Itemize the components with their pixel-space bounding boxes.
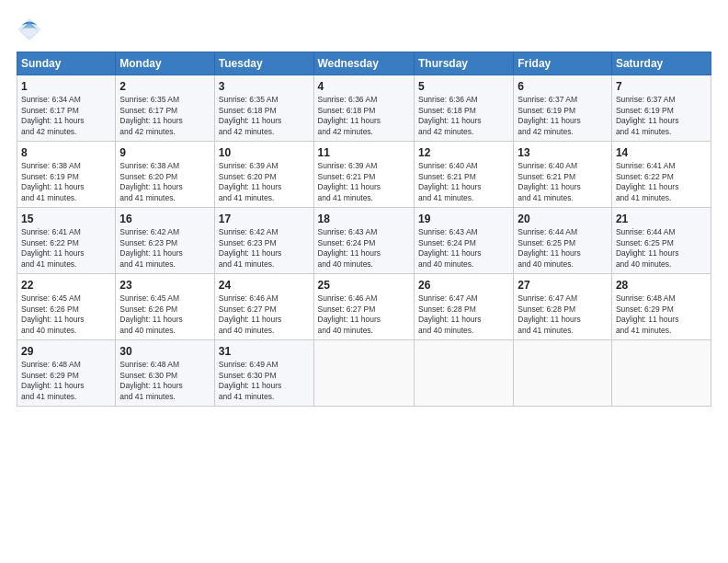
week-row-1: 1Sunrise: 6:34 AM Sunset: 6:17 PM Daylig…: [17, 75, 711, 142]
day-cell-5: 5Sunrise: 6:36 AM Sunset: 6:18 PM Daylig…: [414, 75, 513, 142]
day-number: 24: [219, 278, 310, 293]
week-row-4: 22Sunrise: 6:45 AM Sunset: 6:26 PM Dayli…: [17, 274, 711, 340]
day-number: 25: [318, 278, 410, 293]
day-cell-13: 13Sunrise: 6:40 AM Sunset: 6:21 PM Dayli…: [514, 142, 612, 208]
day-number: 22: [21, 278, 111, 293]
day-cell-9: 9Sunrise: 6:38 AM Sunset: 6:20 PM Daylig…: [116, 142, 214, 208]
day-number: 20: [518, 212, 608, 226]
day-number: 17: [219, 212, 310, 226]
weekday-header-thursday: Thursday: [414, 52, 513, 75]
day-number: 31: [219, 344, 310, 359]
day-cell-21: 21Sunrise: 6:44 AM Sunset: 6:25 PM Dayli…: [611, 208, 711, 274]
day-cell-22: 22Sunrise: 6:45 AM Sunset: 6:26 PM Dayli…: [17, 274, 116, 340]
weekday-header-wednesday: Wednesday: [313, 52, 414, 75]
day-number: 4: [318, 79, 410, 94]
page: SundayMondayTuesdayWednesdayThursdayFrid…: [0, 0, 728, 563]
day-number: 11: [318, 145, 410, 160]
svg-marker-0: [17, 17, 40, 40]
day-number: 29: [21, 344, 111, 359]
day-number: 14: [616, 145, 707, 160]
day-cell-29: 29Sunrise: 6:48 AM Sunset: 6:29 PM Dayli…: [17, 340, 116, 407]
day-cell-14: 14Sunrise: 6:41 AM Sunset: 6:22 PM Dayli…: [611, 142, 711, 208]
day-number: 10: [219, 145, 310, 160]
day-number: 12: [418, 145, 509, 160]
logo-icon: [17, 17, 42, 42]
empty-cell: [313, 340, 414, 407]
day-cell-2: 2Sunrise: 6:35 AM Sunset: 6:17 PM Daylig…: [116, 75, 214, 142]
day-number: 30: [119, 344, 210, 359]
day-number: 16: [119, 212, 210, 226]
day-number: 1: [21, 79, 111, 94]
day-info: Sunrise: 6:46 AM Sunset: 6:27 PM Dayligh…: [219, 293, 310, 336]
day-info: Sunrise: 6:48 AM Sunset: 6:29 PM Dayligh…: [21, 360, 111, 402]
day-number: 27: [518, 278, 608, 293]
week-row-5: 29Sunrise: 6:48 AM Sunset: 6:29 PM Dayli…: [17, 340, 711, 407]
day-number: 28: [616, 278, 707, 293]
day-cell-28: 28Sunrise: 6:48 AM Sunset: 6:29 PM Dayli…: [611, 274, 711, 340]
day-info: Sunrise: 6:44 AM Sunset: 6:25 PM Dayligh…: [518, 227, 608, 270]
logo: [17, 17, 46, 42]
day-cell-19: 19Sunrise: 6:43 AM Sunset: 6:24 PM Dayli…: [414, 208, 513, 274]
day-cell-16: 16Sunrise: 6:42 AM Sunset: 6:23 PM Dayli…: [116, 208, 214, 274]
day-number: 3: [219, 79, 310, 94]
day-number: 19: [418, 212, 509, 226]
day-number: 13: [518, 145, 608, 160]
day-number: 7: [616, 79, 707, 94]
weekday-header-saturday: Saturday: [611, 52, 711, 75]
day-info: Sunrise: 6:43 AM Sunset: 6:24 PM Dayligh…: [418, 227, 509, 270]
day-info: Sunrise: 6:34 AM Sunset: 6:17 PM Dayligh…: [21, 95, 111, 137]
day-number: 18: [318, 212, 410, 226]
day-info: Sunrise: 6:41 AM Sunset: 6:22 PM Dayligh…: [21, 227, 111, 270]
day-info: Sunrise: 6:35 AM Sunset: 6:17 PM Dayligh…: [119, 95, 210, 137]
weekday-header-sunday: Sunday: [17, 52, 116, 75]
empty-cell: [414, 340, 513, 407]
day-cell-23: 23Sunrise: 6:45 AM Sunset: 6:26 PM Dayli…: [116, 274, 214, 340]
day-cell-30: 30Sunrise: 6:48 AM Sunset: 6:30 PM Dayli…: [116, 340, 214, 407]
day-cell-24: 24Sunrise: 6:46 AM Sunset: 6:27 PM Dayli…: [214, 274, 313, 340]
day-cell-11: 11Sunrise: 6:39 AM Sunset: 6:21 PM Dayli…: [313, 142, 414, 208]
day-number: 8: [21, 145, 111, 160]
day-number: 21: [616, 212, 707, 226]
day-info: Sunrise: 6:49 AM Sunset: 6:30 PM Dayligh…: [219, 360, 310, 402]
day-cell-8: 8Sunrise: 6:38 AM Sunset: 6:19 PM Daylig…: [17, 142, 116, 208]
day-cell-26: 26Sunrise: 6:47 AM Sunset: 6:28 PM Dayli…: [414, 274, 513, 340]
day-info: Sunrise: 6:39 AM Sunset: 6:21 PM Dayligh…: [318, 161, 410, 203]
empty-cell: [611, 340, 711, 407]
day-info: Sunrise: 6:37 AM Sunset: 6:19 PM Dayligh…: [616, 95, 707, 137]
day-cell-27: 27Sunrise: 6:47 AM Sunset: 6:28 PM Dayli…: [514, 274, 612, 340]
day-number: 23: [119, 278, 210, 293]
day-number: 6: [518, 79, 608, 94]
day-info: Sunrise: 6:44 AM Sunset: 6:25 PM Dayligh…: [616, 227, 707, 270]
day-info: Sunrise: 6:37 AM Sunset: 6:19 PM Dayligh…: [518, 95, 608, 137]
day-cell-15: 15Sunrise: 6:41 AM Sunset: 6:22 PM Dayli…: [17, 208, 116, 274]
day-cell-31: 31Sunrise: 6:49 AM Sunset: 6:30 PM Dayli…: [214, 340, 313, 407]
calendar-table: SundayMondayTuesdayWednesdayThursdayFrid…: [17, 52, 711, 407]
day-info: Sunrise: 6:42 AM Sunset: 6:23 PM Dayligh…: [219, 227, 310, 270]
day-number: 5: [418, 79, 509, 94]
day-info: Sunrise: 6:42 AM Sunset: 6:23 PM Dayligh…: [119, 227, 210, 270]
day-cell-4: 4Sunrise: 6:36 AM Sunset: 6:18 PM Daylig…: [313, 75, 414, 142]
header: [17, 17, 711, 42]
day-info: Sunrise: 6:47 AM Sunset: 6:28 PM Dayligh…: [518, 293, 608, 336]
weekday-header-monday: Monday: [116, 52, 214, 75]
week-row-3: 15Sunrise: 6:41 AM Sunset: 6:22 PM Dayli…: [17, 208, 711, 274]
day-number: 2: [119, 79, 210, 94]
day-number: 9: [119, 145, 210, 160]
day-info: Sunrise: 6:40 AM Sunset: 6:21 PM Dayligh…: [418, 161, 509, 203]
day-cell-10: 10Sunrise: 6:39 AM Sunset: 6:20 PM Dayli…: [214, 142, 313, 208]
day-number: 26: [418, 278, 509, 293]
day-info: Sunrise: 6:48 AM Sunset: 6:30 PM Dayligh…: [119, 360, 210, 402]
day-cell-6: 6Sunrise: 6:37 AM Sunset: 6:19 PM Daylig…: [514, 75, 612, 142]
weekday-header-tuesday: Tuesday: [214, 52, 313, 75]
day-info: Sunrise: 6:45 AM Sunset: 6:26 PM Dayligh…: [119, 293, 210, 336]
day-info: Sunrise: 6:43 AM Sunset: 6:24 PM Dayligh…: [318, 227, 410, 270]
day-number: 15: [21, 212, 111, 226]
day-info: Sunrise: 6:41 AM Sunset: 6:22 PM Dayligh…: [616, 161, 707, 203]
day-cell-20: 20Sunrise: 6:44 AM Sunset: 6:25 PM Dayli…: [514, 208, 612, 274]
day-cell-3: 3Sunrise: 6:35 AM Sunset: 6:18 PM Daylig…: [214, 75, 313, 142]
empty-cell: [514, 340, 612, 407]
day-info: Sunrise: 6:46 AM Sunset: 6:27 PM Dayligh…: [318, 293, 410, 336]
day-info: Sunrise: 6:45 AM Sunset: 6:26 PM Dayligh…: [21, 293, 111, 336]
day-cell-18: 18Sunrise: 6:43 AM Sunset: 6:24 PM Dayli…: [313, 208, 414, 274]
day-cell-25: 25Sunrise: 6:46 AM Sunset: 6:27 PM Dayli…: [313, 274, 414, 340]
